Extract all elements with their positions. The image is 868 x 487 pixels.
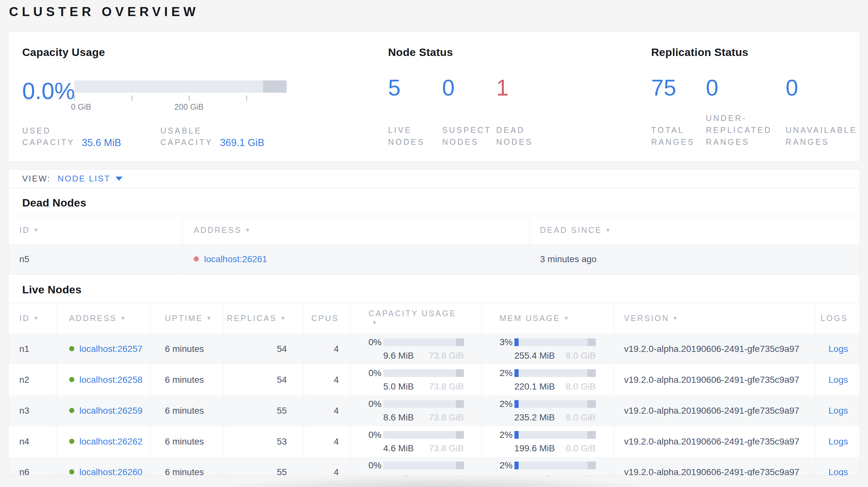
live-nodes-header-mem-usage[interactable]: MEM USAGE▼ <box>482 303 614 333</box>
view-dropdown[interactable]: NODE LIST <box>58 174 123 184</box>
dead-node-dead-since: 3 minutes ago <box>530 245 860 275</box>
live-node-address-link[interactable]: localhost:26259 <box>80 405 143 416</box>
capacity-values: 9.6 MiB73.8 GiB <box>383 351 464 361</box>
capacity-percent: 0.0% <box>22 80 74 102</box>
column-header-label: ID <box>19 314 30 323</box>
node-status-metric-label-line: DEAD <box>496 124 550 136</box>
live-status-dot-icon <box>69 346 74 351</box>
memory-bar-track <box>515 338 596 346</box>
capacity-bar-track <box>74 80 287 93</box>
memory-percent: 3% <box>500 337 515 347</box>
memory-used-value: 235.2 MiB <box>515 412 555 423</box>
live-node-replicas: 55 <box>224 395 304 426</box>
axis-tick <box>189 96 189 101</box>
logs-link[interactable]: Logs <box>829 405 848 416</box>
replication-metric-value: 0 <box>786 77 860 98</box>
live-node-cpus: 4 <box>304 364 351 395</box>
memory-bar-fill <box>515 462 519 469</box>
capacity-bar-track <box>383 462 464 469</box>
capacity-total-value: 73.8 GiB <box>429 382 464 392</box>
replication-metric: 0UNAVAILABLERANGES <box>786 77 860 148</box>
live-node-address-link[interactable]: localhost:26258 <box>80 375 143 385</box>
logs-link[interactable]: Logs <box>829 375 848 385</box>
memory-meter: 2% <box>500 399 596 409</box>
capacity-stat-label: USABLECAPACITY <box>160 125 213 148</box>
live-nodes-header-replicas[interactable]: REPLICAS▼ <box>224 303 304 333</box>
column-header-label: REPLICAS <box>227 314 277 323</box>
replication-metric-label: UNDER-REPLICATEDRANGES <box>706 112 786 148</box>
view-label: VIEW: <box>22 174 51 184</box>
capacity-percent: 0% <box>368 399 383 409</box>
version-string: v19.2.0-alpha.20190606-2491-gfe735c9a97 <box>624 344 815 354</box>
live-node-address-cell: localhost:26257 <box>56 333 151 364</box>
capacity-usage-chart: 0.0% 0 GiB 200 GiB <box>22 80 388 112</box>
live-node-cpus: 4 <box>304 333 351 364</box>
node-status-metric: 0SUSPECTNODES <box>442 77 496 148</box>
node-status-metric-label-line: NODES <box>442 136 496 148</box>
dead-nodes-header-address[interactable]: ADDRESS▼ <box>182 216 530 245</box>
dead-status-dot-icon <box>194 256 199 261</box>
capacity-used-value: 5.0 MiB <box>383 382 414 392</box>
dead-node-address-link[interactable]: localhost:26261 <box>204 254 267 264</box>
live-node-address-link[interactable]: localhost:26262 <box>80 436 143 447</box>
memory-usage-cell: 3%255.4 MiB8.0 GiB <box>482 333 614 364</box>
live-nodes-header-cpus: CPUS <box>304 303 351 333</box>
dead-nodes-header-id[interactable]: ID▼ <box>8 216 182 245</box>
sort-desc-icon: ▼ <box>206 315 213 322</box>
live-node-address-cell: localhost:26258 <box>56 364 151 395</box>
memory-bar-track <box>515 462 596 469</box>
replication-metric-label-line: RANGES <box>651 136 706 148</box>
live-nodes-header-id[interactable]: ID▼ <box>8 303 56 333</box>
capacity-bar: 0 GiB 200 GiB <box>74 80 287 112</box>
node-status-metrics: 5LIVENODES0SUSPECTNODES1DEADNODES <box>388 77 651 148</box>
logs-link[interactable]: Logs <box>829 436 848 447</box>
sort-desc-icon: ▼ <box>245 227 252 233</box>
node-status-metric-label: LIVENODES <box>388 124 442 148</box>
live-node-id: n3 <box>8 395 56 426</box>
memory-bar-fill <box>515 369 519 377</box>
capacity-percent: 0% <box>368 460 383 470</box>
memory-total-value: 8.0 GiB <box>566 412 595 423</box>
dead-nodes-header-dead-since[interactable]: DEAD SINCE▼ <box>530 216 860 245</box>
memory-percent: 2% <box>500 368 515 378</box>
memory-values: 199.6 MiB8.0 GiB <box>515 443 596 454</box>
live-nodes-header-version[interactable]: VERSION▼ <box>614 303 815 333</box>
node-status-title: Node Status <box>388 46 651 59</box>
logs-link[interactable]: Logs <box>829 467 848 476</box>
version-string: v19.2.0-alpha.20190606-2491-gfe735c9a97 <box>624 436 815 447</box>
live-nodes-header-uptime[interactable]: UPTIME▼ <box>151 303 224 333</box>
capacity-stat-label: USEDCAPACITY <box>22 125 75 148</box>
live-node-row: n3localhost:262596 minutes5540%8.6 MiB73… <box>8 395 860 426</box>
memory-meter: 2% <box>500 430 596 440</box>
replication-metric-value: 75 <box>651 77 706 98</box>
memory-bar-fill <box>515 400 519 408</box>
live-nodes-header-capacity-usage[interactable]: CAPACITY USAGE▼ <box>351 303 482 333</box>
capacity-total-value: 73.8 GiB <box>429 351 464 361</box>
live-node-row: n4localhost:262626 minutes5340%4.6 MiB73… <box>8 426 860 457</box>
live-status-dot-icon <box>69 469 74 475</box>
live-nodes-header-address[interactable]: ADDRESS▼ <box>56 303 151 333</box>
capacity-bar-track <box>383 431 464 439</box>
capacity-stat-label-line: CAPACITY <box>160 136 213 148</box>
live-nodes-header-logs: LOGS <box>815 303 860 333</box>
logs-link[interactable]: Logs <box>829 344 848 354</box>
summary-card: Capacity Usage 0.0% 0 GiB 200 GiB USEDCA… <box>8 32 860 162</box>
live-node-address-link[interactable]: localhost:26257 <box>80 344 143 354</box>
live-node-id: n1 <box>8 333 56 364</box>
memory-bar-track <box>515 400 596 408</box>
live-node-address-link[interactable]: localhost:26260 <box>80 467 143 476</box>
replication-status-title: Replication Status <box>651 46 860 59</box>
live-node-version: v19.2.0-alpha.20190606-2491-gfe735c9a97 <box>614 426 815 457</box>
sort-desc-icon: ▼ <box>120 315 127 322</box>
capacity-bar-track <box>383 338 464 346</box>
bottom-shadow <box>135 472 737 487</box>
memory-usage-cell: 2%199.6 MiB8.0 GiB <box>482 426 614 457</box>
sort-desc-icon: ▼ <box>280 315 287 322</box>
dead-node-row: n5localhost:262613 minutes ago <box>8 245 860 275</box>
memory-bar-fill <box>515 431 519 439</box>
node-status-metric: 1DEADNODES <box>496 77 550 148</box>
version-string: v19.2.0-alpha.20190606-2491-gfe735c9a97 <box>624 405 815 416</box>
live-node-replicas: 54 <box>224 333 304 364</box>
capacity-meter: 0% <box>368 337 464 347</box>
live-node-uptime: 6 minutes <box>151 364 224 395</box>
